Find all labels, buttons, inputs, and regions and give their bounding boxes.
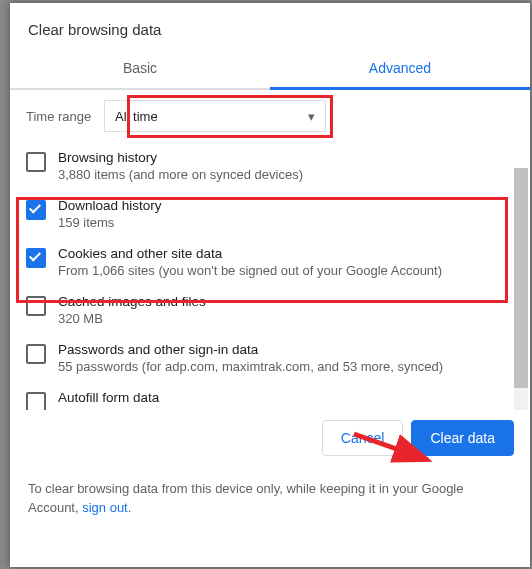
- item-sub: 55 passwords (for adp.com, maximtrak.com…: [58, 359, 516, 374]
- dialog-content: Time range All time ▾ Browsing history 3…: [10, 90, 530, 410]
- item-sub: 3,880 items (and more on synced devices): [58, 167, 516, 182]
- checkbox-passwords[interactable]: [26, 344, 46, 364]
- item-title: Browsing history: [58, 150, 516, 165]
- item-download-history: Download history 159 items: [10, 190, 516, 238]
- item-sub: 159 items: [58, 215, 516, 230]
- clear-browsing-data-dialog: Clear browsing data Basic Advanced Time …: [10, 3, 530, 567]
- item-title: Autofill form data: [58, 390, 516, 405]
- item-sub: From 1,066 sites (you won't be signed ou…: [58, 263, 516, 278]
- item-cached: Cached images and files 320 MB: [10, 286, 516, 334]
- item-cookies: Cookies and other site data From 1,066 s…: [10, 238, 516, 286]
- item-title: Download history: [58, 198, 516, 213]
- tab-advanced[interactable]: Advanced: [270, 48, 530, 88]
- dialog-title: Clear browsing data: [10, 3, 530, 48]
- checkbox-cookies[interactable]: [26, 248, 46, 268]
- time-range-label: Time range: [26, 109, 104, 124]
- item-title: Cached images and files: [58, 294, 516, 309]
- tab-basic[interactable]: Basic: [10, 48, 270, 88]
- note-suffix: .: [128, 500, 132, 515]
- item-title: Passwords and other sign-in data: [58, 342, 516, 357]
- tabs: Basic Advanced: [10, 48, 530, 88]
- scrollbar-thumb[interactable]: [514, 168, 528, 388]
- item-browsing-history: Browsing history 3,880 items (and more o…: [10, 142, 516, 190]
- item-sub: 320 MB: [58, 311, 516, 326]
- item-passwords: Passwords and other sign-in data 55 pass…: [10, 334, 516, 382]
- dropdown-icon: ▾: [308, 109, 315, 124]
- checkbox-cached[interactable]: [26, 296, 46, 316]
- cancel-button[interactable]: Cancel: [322, 420, 404, 456]
- checkbox-download-history[interactable]: [26, 200, 46, 220]
- clear-data-button[interactable]: Clear data: [411, 420, 514, 456]
- time-range-value: All time: [115, 109, 158, 124]
- item-title: Cookies and other site data: [58, 246, 516, 261]
- time-range-select[interactable]: All time ▾: [104, 100, 326, 132]
- sign-out-link[interactable]: sign out: [82, 500, 128, 515]
- footer-note: To clear browsing data from this device …: [10, 472, 530, 536]
- checkbox-autofill[interactable]: [26, 392, 46, 410]
- checkbox-browsing-history[interactable]: [26, 152, 46, 172]
- time-range-row: Time range All time ▾: [10, 90, 516, 142]
- dialog-footer: Cancel Clear data: [10, 410, 530, 472]
- item-autofill: Autofill form data: [10, 382, 516, 410]
